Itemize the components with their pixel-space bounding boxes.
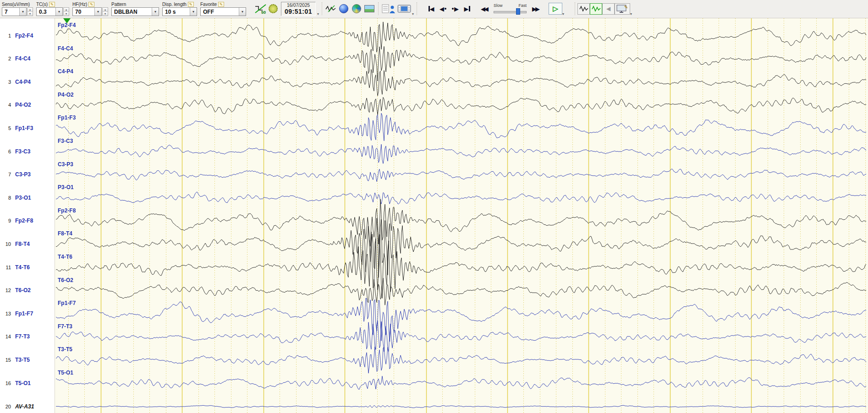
forward-button[interactable]: ▶▶ <box>530 3 541 14</box>
patient-notes-button[interactable] <box>381 2 396 15</box>
page-marker-icon[interactable] <box>63 18 71 23</box>
channel-number: 11 <box>0 265 11 270</box>
chevron-down-icon[interactable]: ▾ <box>190 8 197 16</box>
channel-row[interactable]: 13Fp1-F7 <box>0 310 33 317</box>
toolbar: Sens(uV/mm) 7 ▾ ▴ ▾ TC(s) ✎ 0.3 ▾ <box>0 0 868 18</box>
review-settings-button[interactable]: ✎ <box>615 3 630 15</box>
photo-button[interactable] <box>363 2 376 15</box>
chevron-down-icon[interactable]: ▾ <box>55 8 62 16</box>
channel-row[interactable]: 9Fp2-F8 <box>0 217 33 225</box>
channel-row[interactable]: 1Fp2-F4 <box>0 32 33 39</box>
high-filter-stepper[interactable]: ▴ ▾ <box>102 7 108 16</box>
next-event-button[interactable]: ▶ <box>450 3 461 14</box>
channel-label: Fp2-F4 <box>15 33 33 39</box>
time-constant-value: 0.3 <box>37 9 55 15</box>
chevron-down-icon[interactable]: ▾ <box>239 8 246 16</box>
trace-label: T3-T5 <box>58 346 72 353</box>
back-arrow-button[interactable]: ◀ <box>602 3 615 15</box>
chevron-down-icon[interactable]: ▾ <box>19 8 26 16</box>
channel-row[interactable]: 14F7-T3 <box>0 333 30 341</box>
edit-icon[interactable]: ✎ <box>188 2 194 7</box>
edit-icon[interactable]: ✎ <box>49 2 55 7</box>
chevron-down-icon[interactable]: ▾ <box>103 11 108 16</box>
channel-row[interactable]: 12T6-O2 <box>0 287 31 294</box>
channel-row[interactable]: 11T4-T6 <box>0 263 30 271</box>
chevron-down-icon[interactable]: ▾ <box>412 12 414 16</box>
edit-icon[interactable]: ✎ <box>218 2 224 7</box>
chevron-down-icon[interactable]: ▾ <box>317 12 319 16</box>
favorite-label: Favorite <box>200 2 217 7</box>
channel-row[interactable]: 10F8-T4 <box>0 240 30 248</box>
high-filter-value: 70 <box>73 9 94 15</box>
channel-label: T4-T6 <box>15 264 30 271</box>
channel-number: 20 <box>0 404 11 409</box>
channel-row[interactable]: 8P3-O1 <box>0 194 31 201</box>
speed-slider-handle[interactable] <box>516 8 520 15</box>
sensitivity-combobox[interactable]: 7 ▾ <box>2 7 27 16</box>
chevron-up-icon[interactable]: ▴ <box>64 8 69 11</box>
chevron-down-icon[interactable]: ▾ <box>27 11 33 16</box>
chevron-down-icon[interactable]: ▾ <box>630 12 632 16</box>
channel-row[interactable]: 6F3-C3 <box>0 147 30 155</box>
right-arrow-icon: ▶ <box>464 5 469 12</box>
high-filter-combobox[interactable]: 70 ▾ <box>72 7 102 16</box>
waveform-view-button[interactable] <box>324 2 337 15</box>
channel-label: Fp1-F7 <box>15 310 33 317</box>
eeg-review-app: Sens(uV/mm) 7 ▾ ▴ ▾ TC(s) ✎ 0.3 ▾ <box>0 0 868 413</box>
waveform-icon <box>325 5 336 13</box>
time-constant-stepper[interactable]: ▴ ▾ <box>63 7 69 16</box>
right-arrow-icon: ▶ <box>454 5 459 12</box>
channel-row[interactable]: 4P4-O2 <box>0 101 31 109</box>
channel-number: 10 <box>0 241 11 247</box>
high-filter-control: HF(Hz) ✎ 70 ▾ ▴ ▾ <box>72 1 108 16</box>
speed-slider: Slow Fast <box>494 3 527 15</box>
favorite-combobox[interactable]: OFF ▾ <box>200 7 246 16</box>
channel-row[interactable]: 16T5-O1 <box>0 379 31 387</box>
trace-label: C4-P4 <box>58 68 73 75</box>
chevron-up-icon[interactable]: ▴ <box>103 8 108 11</box>
right-arrow-icon: ▶ <box>532 5 535 12</box>
chevron-down-icon[interactable]: ▾ <box>152 8 159 16</box>
prev-event-button[interactable]: ◀ <box>438 3 449 14</box>
chevron-down-icon[interactable]: ▾ <box>94 8 101 16</box>
channel-row[interactable]: 7C3-P3 <box>0 171 31 179</box>
chevron-down-icon[interactable]: ▾ <box>562 12 564 16</box>
last-page-button[interactable]: ▶ <box>461 3 472 14</box>
channel-label: Fp1-F3 <box>15 125 33 131</box>
channel-number: 16 <box>0 380 11 386</box>
rewind-button[interactable]: ◀◀ <box>479 3 490 14</box>
topography-globe-button[interactable] <box>350 2 363 15</box>
channel-label: AV-A31 <box>15 403 34 410</box>
trace-label: Fp1-F7 <box>58 300 76 306</box>
chevron-up-icon[interactable]: ▴ <box>27 8 33 11</box>
sensitivity-stepper[interactable]: ▴ ▾ <box>27 7 33 16</box>
wave-display-button[interactable] <box>577 3 590 15</box>
play-button[interactable]: ▷ <box>549 3 562 15</box>
speed-slider-track[interactable] <box>494 8 527 15</box>
time-constant-combobox[interactable]: 0.3 ▾ <box>36 7 63 16</box>
high-filter-label: HF(Hz) <box>72 2 87 7</box>
montage-gear-button[interactable] <box>267 2 280 15</box>
channel-label: T6-O2 <box>15 287 31 293</box>
channel-label: F4-C4 <box>15 55 30 62</box>
channel-number: 2 <box>0 56 11 61</box>
chevron-down-icon[interactable]: ▾ <box>64 11 69 16</box>
calibration-button[interactable]: 50 <box>254 2 267 15</box>
video-button[interactable] <box>396 2 412 15</box>
brain-map-button[interactable] <box>337 2 350 15</box>
channel-number: 8 <box>0 195 11 201</box>
edit-icon[interactable]: ✎ <box>88 2 94 7</box>
channel-row[interactable]: 2F4-C4 <box>0 55 30 63</box>
brain-map-icon <box>339 4 348 13</box>
pattern-combobox[interactable]: DBLBAN ▾ <box>111 7 159 16</box>
channel-row[interactable]: 3C4-P4 <box>0 78 31 86</box>
eeg-canvas[interactable] <box>55 18 868 413</box>
channel-row[interactable]: 5Fp1-F3 <box>0 124 33 132</box>
channel-row[interactable]: 20AV-A31 <box>0 402 34 410</box>
first-page-button[interactable]: ◀ <box>426 3 437 14</box>
live-wave-button[interactable] <box>590 3 602 15</box>
channel-label: F8-T4 <box>15 241 30 247</box>
display-length-combobox[interactable]: 10 s ▾ <box>162 7 197 16</box>
display-length-label: Disp. length <box>162 2 187 7</box>
channel-row[interactable]: 15T3-T5 <box>0 356 30 364</box>
